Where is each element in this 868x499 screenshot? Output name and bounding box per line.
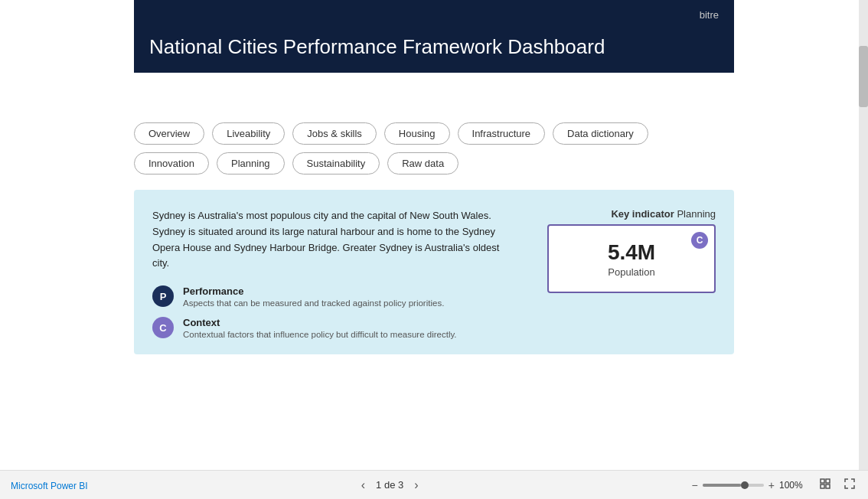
- header-brand: bitre: [149, 9, 719, 21]
- fit-page-button[interactable]: [817, 476, 833, 494]
- indicator-card: C 5.4M Population: [547, 224, 716, 293]
- indicator-metric: Population: [608, 266, 654, 278]
- fullscreen-button[interactable]: [842, 476, 857, 494]
- page-prev-button[interactable]: ‹: [358, 478, 368, 492]
- nav-pill-infrastructure[interactable]: Infrastructure: [458, 122, 546, 145]
- legend-item-performance: P Performance Aspects that can be measur…: [152, 285, 517, 308]
- scrollbar-track[interactable]: [859, 0, 868, 470]
- nav-pill-sustainability[interactable]: Sustainability: [292, 152, 380, 174]
- zoom-control: − + 100%: [692, 479, 808, 491]
- legend-subtitle-performance: Aspects that can be measured and tracked…: [183, 298, 444, 308]
- scrollbar-thumb[interactable]: [859, 46, 868, 107]
- panel-description: Sydney is Australia's most populous city…: [152, 208, 517, 272]
- svg-rect-0: [821, 479, 824, 483]
- page-info: 1 de 3: [376, 479, 403, 491]
- power-bi-link[interactable]: Microsoft Power BI: [11, 481, 88, 491]
- zoom-minus-button[interactable]: −: [692, 479, 698, 491]
- bottom-left: Microsoft Power BI: [11, 478, 88, 492]
- legend-text-performance: Performance Aspects that can be measured…: [183, 285, 444, 308]
- bottom-center: ‹ 1 de 3 ›: [358, 478, 422, 492]
- performance-icon: P: [152, 285, 174, 307]
- context-icon: C: [152, 317, 174, 338]
- indicator-badge: C: [691, 232, 708, 249]
- zoom-slider-fill: [703, 484, 741, 487]
- key-indicator-label: Key indicator Planning: [611, 208, 716, 220]
- legend-section: P Performance Aspects that can be measur…: [152, 272, 517, 339]
- nav-pill-raw-data[interactable]: Raw data: [387, 152, 458, 174]
- spacer-area: [0, 73, 868, 99]
- nav-pill-innovation[interactable]: Innovation: [134, 152, 209, 174]
- legend-item-context: C Context Contextual factors that influe…: [152, 317, 517, 339]
- zoom-slider[interactable]: [703, 484, 764, 487]
- zoom-slider-thumb[interactable]: [741, 481, 749, 489]
- key-indicator-prefix: Key indicator: [611, 208, 674, 220]
- nav-pill-liveability[interactable]: Liveability: [212, 122, 285, 145]
- legend-subtitle-context: Contextual factors that influence policy…: [183, 330, 457, 339]
- zoom-percent: 100%: [779, 480, 808, 491]
- panel-right: Key indicator Planning C 5.4M Population: [540, 208, 716, 339]
- header-title: National Cities Performance Framework Da…: [149, 35, 719, 59]
- dashboard-header: bitre National Cities Performance Framew…: [134, 0, 734, 73]
- nav-pill-jobs-skills[interactable]: Jobs & skills: [292, 122, 377, 145]
- svg-rect-1: [826, 484, 830, 488]
- bottom-right: − + 100%: [692, 476, 857, 494]
- indicator-value: 5.4M: [608, 240, 655, 265]
- panel-left: Sydney is Australia's most populous city…: [152, 208, 517, 339]
- content-area: Overview Liveability Jobs & skills Housi…: [0, 99, 868, 499]
- nav-pill-housing[interactable]: Housing: [384, 122, 450, 145]
- legend-title-context: Context: [183, 317, 457, 328]
- nav-pill-data-dictionary[interactable]: Data dictionary: [553, 122, 648, 145]
- svg-rect-2: [826, 479, 830, 483]
- nav-pills-section: Overview Liveability Jobs & skills Housi…: [134, 99, 734, 186]
- legend-text-context: Context Contextual factors that influenc…: [183, 317, 457, 339]
- page-next-button[interactable]: ›: [411, 478, 421, 492]
- main-container: bitre National Cities Performance Framew…: [0, 0, 868, 499]
- nav-pill-planning[interactable]: Planning: [217, 152, 285, 174]
- bottom-bar: Microsoft Power BI ‹ 1 de 3 › − + 100%: [0, 470, 868, 499]
- zoom-plus-button[interactable]: +: [768, 479, 775, 491]
- main-panel: Sydney is Australia's most populous city…: [134, 190, 734, 354]
- svg-rect-3: [821, 484, 824, 488]
- nav-pill-overview[interactable]: Overview: [134, 122, 204, 145]
- nav-row-1: Overview Liveability Jobs & skills Housi…: [134, 122, 734, 145]
- legend-title-performance: Performance: [183, 285, 444, 297]
- key-indicator-suffix: Planning: [677, 208, 716, 220]
- nav-row-2: Innovation Planning Sustainability Raw d…: [134, 152, 734, 174]
